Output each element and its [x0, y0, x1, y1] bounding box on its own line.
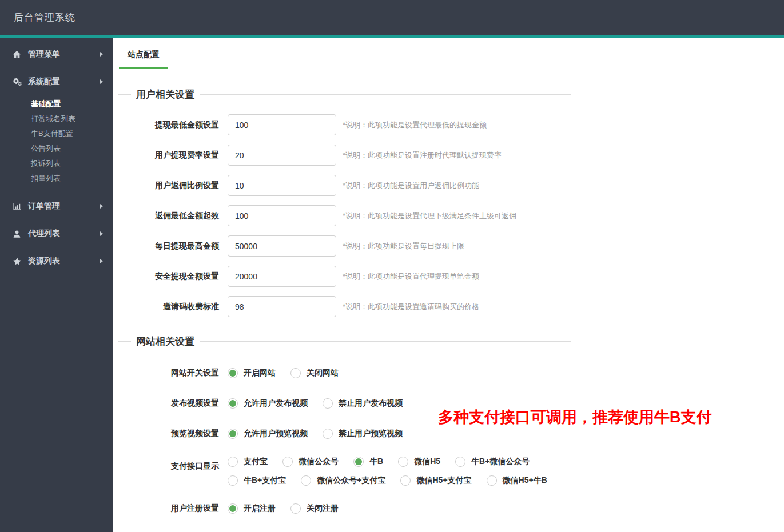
- submenu-item-niub-pay-config[interactable]: 牛B支付配置: [0, 126, 113, 141]
- gears-icon: [13, 77, 25, 86]
- payment-interface-option[interactable]: 牛B+微信公众号: [455, 457, 530, 467]
- publish-video-label: 发布视频设置: [118, 398, 219, 409]
- sidebar-item-system-config[interactable]: 系统配置: [0, 68, 113, 95]
- option-line: 开启网站关闭网站: [228, 368, 353, 378]
- submenu-item-basic-config[interactable]: 基础配置: [0, 97, 113, 111]
- daily-withdraw-max-input[interactable]: [228, 235, 336, 257]
- sidebar-menu: 管理菜单系统配置基础配置打赏域名列表牛B支付配置公告列表投诉列表扣量列表订单管理…: [0, 41, 113, 275]
- divider-line: [118, 94, 131, 95]
- min-withdraw-amount-input[interactable]: [228, 114, 336, 135]
- option-line: 允许用户发布视频禁止用户发布视频: [228, 398, 417, 409]
- tab-bar: 站点配置: [113, 38, 784, 69]
- option-line: 支付宝微信公众号牛B微信H5牛B+微信公众号: [228, 452, 562, 471]
- min-withdraw-amount-label: 提现最低金额设置: [118, 120, 219, 130]
- app-title: 后台管理系统: [0, 0, 784, 35]
- caret-right-icon: [100, 79, 103, 84]
- rebate-ratio-input[interactable]: [228, 175, 336, 196]
- option-label: 允许用户发布视频: [244, 398, 308, 409]
- home-icon: [13, 50, 25, 59]
- radio-icon[interactable]: [290, 368, 301, 378]
- radio-icon[interactable]: [301, 475, 311, 486]
- caret-right-icon: [100, 259, 103, 263]
- radio-icon[interactable]: [398, 457, 408, 467]
- option-label: 微信H5+牛B: [503, 475, 547, 486]
- radio-icon[interactable]: [487, 475, 497, 486]
- option-label: 禁止用户发布视频: [339, 398, 403, 409]
- submenu-item-notice-list[interactable]: 公告列表: [0, 141, 113, 156]
- withdraw-fee-rate-note: *说明：此项功能是设置注册时代理默认提现费率: [343, 150, 502, 161]
- publish-video-options: 允许用户发布视频禁止用户发布视频: [228, 388, 417, 418]
- payment-interface-option[interactable]: 微信H5+支付宝: [400, 475, 471, 486]
- option-label: 开启网站: [244, 368, 276, 378]
- section-title-text: 网站相关设置: [136, 335, 194, 348]
- section-title: 用户相关设置: [118, 90, 571, 99]
- form-row-rebate-min-amount: 返佣最低金额起效*说明：此项功能是设置代理下级满足条件上级可返佣: [118, 201, 571, 231]
- radio-selected-icon[interactable]: [228, 368, 238, 378]
- safe-withdraw-amount-input[interactable]: [228, 266, 336, 287]
- withdraw-fee-rate-label: 用户提现费率设置: [118, 150, 219, 161]
- submenu-item-complaint-list[interactable]: 投诉列表: [0, 156, 113, 171]
- payment-interface-option[interactable]: 微信公众号+支付宝: [301, 475, 385, 486]
- user-register-label: 用户注册设置: [118, 503, 219, 514]
- radio-icon[interactable]: [282, 457, 293, 467]
- user-register-option[interactable]: 关闭注册: [290, 503, 339, 514]
- tab-site-config[interactable]: 站点配置: [119, 38, 168, 69]
- radio-icon[interactable]: [455, 457, 465, 467]
- sidebar-item-admin-menu[interactable]: 管理菜单: [0, 41, 113, 68]
- option-label: 微信公众号+支付宝: [317, 475, 385, 486]
- sidebar-item-label: 管理菜单: [28, 49, 60, 59]
- radio-icon[interactable]: [228, 457, 238, 467]
- payment-interface-option[interactable]: 支付宝: [228, 457, 268, 467]
- invite-code-price-label: 邀请码收费标准: [118, 302, 219, 312]
- invite-code-price-note: *说明：此项功能是设置邀请码购买的价格: [343, 302, 479, 312]
- section-2: 网站相关设置网站开关设置开启网站关闭网站发布视频设置允许用户发布视频禁止用户发布…: [118, 337, 571, 523]
- option-line: 牛B+支付宝微信公众号+支付宝微信H5+支付宝微信H5+牛B: [228, 471, 562, 490]
- radio-icon[interactable]: [290, 503, 301, 514]
- divider-line: [118, 341, 131, 342]
- payment-interface-option[interactable]: 微信H5: [398, 457, 440, 467]
- option-label: 微信H5+支付宝: [416, 475, 471, 486]
- radio-icon[interactable]: [228, 475, 238, 486]
- form-row-min-withdraw-amount: 提现最低金额设置*说明：此项功能是设置代理最低的提现金额: [118, 110, 571, 140]
- site-switch-option[interactable]: 关闭网站: [290, 368, 339, 378]
- option-label: 牛B+支付宝: [244, 475, 286, 486]
- sidebar-item-resource-list[interactable]: 资源列表: [0, 247, 113, 275]
- radio-selected-icon[interactable]: [353, 457, 364, 467]
- preview-video-option[interactable]: 禁止用户预览视频: [323, 429, 403, 439]
- radio-icon[interactable]: [400, 475, 411, 486]
- sidebar-item-label: 资源列表: [28, 256, 60, 266]
- form-row-withdraw-fee-rate: 用户提现费率设置*说明：此项功能是设置注册时代理默认提现费率: [118, 140, 571, 170]
- sidebar-item-order-management[interactable]: 订单管理: [0, 193, 113, 220]
- payment-interface-option[interactable]: 牛B: [353, 457, 383, 467]
- preview-video-option[interactable]: 允许用户预览视频: [228, 429, 308, 439]
- safe-withdraw-amount-label: 安全提现金额设置: [118, 271, 219, 282]
- publish-video-option[interactable]: 允许用户发布视频: [228, 398, 308, 409]
- radio-selected-icon[interactable]: [228, 398, 238, 409]
- payment-interface-option[interactable]: 微信公众号: [282, 457, 339, 467]
- sidebar-item-agent-list[interactable]: 代理列表: [0, 220, 113, 247]
- user-register-option[interactable]: 开启注册: [228, 503, 276, 514]
- rebate-min-amount-input[interactable]: [228, 205, 336, 226]
- radio-selected-icon[interactable]: [228, 503, 238, 514]
- sidebar-item-label: 代理列表: [28, 229, 60, 239]
- option-label: 牛B: [369, 457, 383, 467]
- radio-icon[interactable]: [323, 398, 333, 409]
- withdraw-fee-rate-input[interactable]: [228, 145, 336, 166]
- site-switch-label: 网站开关设置: [118, 368, 219, 378]
- site-switch-option[interactable]: 开启网站: [228, 368, 276, 378]
- payment-interface-option[interactable]: 牛B+支付宝: [228, 475, 286, 486]
- submenu-item-deduction-list[interactable]: 扣量列表: [0, 171, 113, 186]
- submenu-item-reward-domain-list[interactable]: 打赏域名列表: [0, 111, 113, 126]
- invite-code-price-input[interactable]: [228, 296, 336, 317]
- section-rows: 提现最低金额设置*说明：此项功能是设置代理最低的提现金额用户提现费率设置*说明：…: [118, 110, 571, 322]
- payment-interface-options: 支付宝微信公众号牛B微信H5牛B+微信公众号牛B+支付宝微信公众号+支付宝微信H…: [228, 449, 562, 493]
- user-icon: [13, 230, 25, 238]
- section-title-text: 用户相关设置: [136, 88, 194, 101]
- divider-line: [200, 94, 571, 95]
- radio-icon[interactable]: [323, 429, 333, 439]
- payment-interface-option[interactable]: 微信H5+牛B: [487, 475, 547, 486]
- annotation-text: 多种支付接口可调用，推荐使用牛B支付: [438, 407, 712, 427]
- publish-video-option[interactable]: 禁止用户发布视频: [323, 398, 403, 409]
- radio-selected-icon[interactable]: [228, 429, 238, 439]
- rebate-ratio-note: *说明：此项功能是设置用户返佣比例功能: [343, 181, 479, 191]
